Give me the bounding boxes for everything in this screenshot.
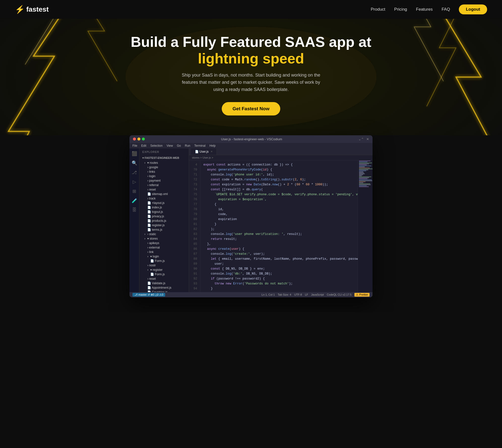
sidebar-file-privacy[interactable]: 📄 privacy.js [139,214,189,219]
code-text[interactable]: export const actions = ({ connection: db… [200,160,358,292]
logo-text: fastest [26,5,49,13]
menu-selection[interactable]: Selection [150,144,162,147]
logout-button[interactable]: Logout [459,4,487,14]
sidebar-item-track[interactable]: › track [139,196,189,201]
tab-label: 📄 User.js [195,150,209,153]
sidebar-item-reset[interactable]: › reset [139,187,189,192]
sidebar-item-routes[interactable]: ▾ routes [139,161,189,165]
sidebar-file-terms[interactable]: 📄 terms.js [139,227,189,232]
file-explorer: Explorer ▾ FASTEST-ENGINEER-WEB ▾ routes… [139,148,189,292]
sidebar-item-payment[interactable]: › payment [139,178,189,183]
run-icon[interactable]: ▷ [133,179,136,185]
sidebar-item-link[interactable]: › link [139,250,189,254]
sidebar-file-register[interactable]: 📄 register.js [139,223,189,227]
sidebar-file-layout[interactable]: 📄 +layout.js [139,201,189,205]
logo[interactable]: ⚡ fastest [15,5,49,14]
cta-button[interactable]: Get Fastest Now [222,102,281,115]
sidebar-item-apikeys[interactable]: › apikeys [139,241,189,245]
sidebar-item-google[interactable]: › google [139,165,189,169]
eol: LF [305,293,308,296]
status-bar: ⎇ master ↺ ⊕0 △0 ⚠0 Ln 1, Col 1 Tab Size… [129,292,373,297]
extensions-icon[interactable]: ⊞ [132,189,136,194]
explorer-header: Explorer [139,148,189,155]
search-icon[interactable]: 🔍 [132,160,137,166]
activity-bar: ⬛ 🔍 ⎇ ▷ ⊞ 🧪 🗄 [129,148,139,292]
status-right: Ln 1, Col 1 Tab Size: 4 UTF-8 LF JavaScr… [262,293,370,297]
sidebar-file-countries[interactable]: 📄 Countries.js [139,290,189,292]
prettier-badge[interactable]: ⚠ Prettier [354,293,370,297]
editor-section: User.js - fastest-engineer-web - VSCodiu… [0,135,502,312]
menu-view[interactable]: View [166,144,173,147]
editor-menubar: File Edit Selection View Go Run Terminal… [129,143,373,148]
explorer-icon[interactable]: ⬛ [132,151,137,156]
sidebar-file-index[interactable]: 📄 index.js [139,205,189,210]
editor-body: ⬛ 🔍 ⎇ ▷ ⊞ 🧪 🗄 Explorer ▾ FASTEST-ENGINEE… [129,148,373,292]
sidebar-item-links[interactable]: › links [139,169,189,174]
window-controls [133,138,145,140]
editor-breadcrumb: stores > User.js > [189,155,373,160]
db-icon[interactable]: 🗄 [132,207,137,213]
sidebar-item-login[interactable]: › login [139,174,189,178]
hero-section: Build a Fully Featured SAAS app at light… [0,19,502,135]
sidebar-item-stores[interactable]: ▾ stores [139,236,189,241]
menu-file[interactable]: File [132,144,137,147]
hero-headline: Build a Fully Featured SAAS app at light… [5,34,497,67]
sidebar-file-sitemap[interactable]: 📄 sitemap.xml [139,192,189,196]
menu-go[interactable]: Go [177,144,181,147]
test-icon[interactable]: 🧪 [132,198,137,203]
nav-product[interactable]: Product [371,7,385,12]
nav-faq[interactable]: FAQ [441,7,450,12]
project-name[interactable]: ▾ FASTEST-ENGINEER-WEB [139,155,189,161]
menu-terminal[interactable]: Terminal [194,144,205,147]
menu-help[interactable]: Help [210,144,216,147]
sidebar-file-appointment[interactable]: 📄 Appointment.js [139,285,189,290]
lightning-icon: ⚡ [15,5,25,14]
nav-features[interactable]: Features [416,7,433,12]
maximize-dot[interactable] [142,138,145,140]
sidebar-item-external[interactable]: › external [139,245,189,250]
nav-links: Product Pricing Features FAQ Logout [371,4,487,14]
hero-content: Build a Fully Featured SAAS app at light… [5,34,497,115]
sidebar-file-products[interactable]: 📄 products.js [139,219,189,223]
sidebar-item-referral[interactable]: › referral [139,183,189,187]
titlebar-actions: ⌄⌃ ✕ [358,137,369,141]
sidebar-item-register[interactable]: ▾ register [139,268,189,272]
codeql-version: CodeQL CLI v2.17.5 [327,293,352,296]
code-editor[interactable]: 4 70 71 72 73 74 75 76 77 78 79 80 81 82 [189,160,373,292]
hero-subtext: Ship your SaaS in days, not months. Star… [177,72,325,93]
window-title: User.js - fastest-engineer-web - VSCodiu… [221,137,282,141]
editor-tabs: 📄 User.js ✕ [189,148,373,155]
minimap [358,160,373,292]
encoding: UTF-8 [294,293,302,296]
sidebar-file-validate[interactable]: 📄 Validate.js [139,281,189,285]
menu-run[interactable]: Run [185,144,190,147]
nav-pricing[interactable]: Pricing [394,7,407,12]
sidebar-file-form-login[interactable]: 📄 Form.js [139,259,189,263]
sidebar-item-static[interactable]: › static [139,232,189,236]
close-dot[interactable] [133,138,136,140]
minimize-dot[interactable] [137,138,140,140]
git-icon[interactable]: ⎇ [132,170,137,175]
sidebar-file-logout[interactable]: 📄 logout.js [139,210,189,214]
editor-titlebar: User.js - fastest-engineer-web - VSCodiu… [129,135,373,143]
sidebar-file-form-register[interactable]: 📄 Form.js [139,272,189,277]
git-branch[interactable]: ⎇ master ↺ ⊕0 △0 ⚠0 [132,293,165,297]
tab-close-icon[interactable]: ✕ [211,150,213,153]
language[interactable]: JavaScript [311,293,324,296]
sidebar-item-reset2[interactable]: › reset [139,277,189,281]
editor-main-area: 📄 User.js ✕ stores > User.js > 4 70 71 7… [189,148,373,292]
navbar: ⚡ fastest Product Pricing Features FAQ L… [0,0,502,19]
line-numbers: 4 70 71 72 73 74 75 76 77 78 79 80 81 82 [189,160,200,292]
tab-size: Tab Size: 4 [278,293,291,296]
cursor-position: Ln 1, Col 1 [262,293,275,296]
status-left: ⎇ master ↺ ⊕0 △0 ⚠0 [132,293,165,297]
editor-window: User.js - fastest-engineer-web - VSCodiu… [129,135,373,297]
menu-edit[interactable]: Edit [141,144,146,147]
sidebar-item-login2[interactable]: ▾ login [139,254,189,259]
sidebar-item-nostr[interactable]: › nostr [139,263,189,268]
tab-user-js[interactable]: 📄 User.js ✕ [191,148,217,155]
